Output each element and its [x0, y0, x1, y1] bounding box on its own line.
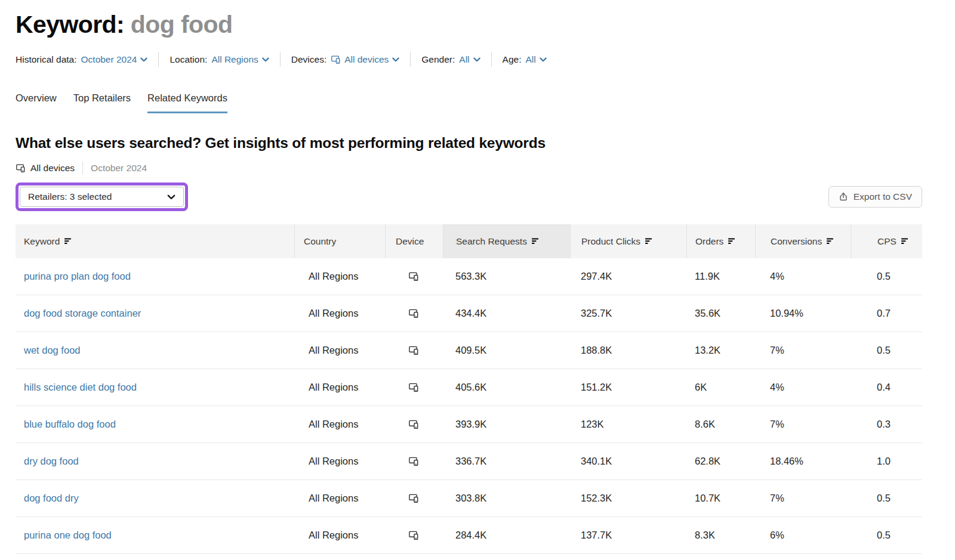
orders-cell: 6K: [686, 382, 755, 393]
keyword-link[interactable]: dog food storage container: [24, 308, 141, 319]
column-header-device[interactable]: Device: [385, 224, 443, 258]
keyword-link[interactable]: hills science diet dog food: [24, 382, 137, 393]
orders-cell: 13.2K: [686, 345, 755, 356]
conversions-cell: 10.94%: [755, 308, 851, 319]
orders-cell: 35.6K: [686, 308, 755, 319]
all-devices-icon: [408, 271, 419, 281]
column-header-orders[interactable]: Orders: [686, 224, 755, 258]
orders-cell: 8.3K: [686, 530, 755, 541]
keyword-link[interactable]: purina pro plan dog food: [24, 271, 131, 282]
all-devices-icon: [408, 493, 419, 503]
sub-info-period: October 2024: [91, 163, 147, 174]
product-clicks-cell: 137.7K: [570, 530, 686, 541]
sort-icon-active: [532, 238, 540, 245]
table-body: purina pro plan dog food All Regions 563…: [16, 258, 922, 554]
device-cell: [385, 493, 443, 503]
export-to-csv-button[interactable]: Export to CSV: [828, 186, 922, 208]
filter-gender-value[interactable]: All: [459, 54, 480, 65]
search-requests-cell: 284.4K: [443, 530, 570, 541]
keyword-link[interactable]: dry dog food: [24, 456, 79, 467]
related-keywords-table: Keyword Country Device Search Requests P…: [16, 224, 922, 554]
cps-cell: 0.7: [851, 308, 922, 319]
export-button-label: Export to CSV: [854, 191, 912, 202]
tab-related-keywords[interactable]: Related Keywords: [147, 92, 227, 113]
country-cell: All Regions: [294, 271, 385, 282]
all-devices-icon: [16, 163, 26, 173]
page-title-keyword: dog food: [131, 11, 233, 38]
filter-devices-label: Devices:: [291, 54, 326, 65]
cps-cell: 0.4: [851, 382, 922, 393]
chevron-down-icon: [473, 57, 480, 62]
chevron-down-icon: [540, 57, 547, 62]
product-clicks-cell: 340.1K: [570, 456, 686, 467]
cps-cell: 0.5: [851, 530, 922, 541]
sort-icon: [728, 238, 736, 245]
conversions-cell: 18.46%: [755, 456, 851, 467]
retailers-dropdown[interactable]: Retailers: 3 selected: [20, 187, 184, 207]
orders-cell: 8.6K: [686, 419, 755, 430]
keyword-link[interactable]: dog food dry: [24, 493, 79, 504]
column-header-search-requests[interactable]: Search Requests: [443, 224, 570, 258]
device-cell: [385, 419, 443, 429]
table-row: dry dog food All Regions 336.7K 340.1K 6…: [16, 443, 922, 480]
search-requests-cell: 434.4K: [443, 308, 570, 319]
device-cell: [385, 382, 443, 392]
device-cell: [385, 530, 443, 540]
column-header-keyword[interactable]: Keyword: [16, 224, 294, 258]
section-heading: What else users searched? Get insights o…: [16, 135, 939, 151]
filter-location: Location: All Regions: [170, 54, 269, 65]
filter-location-value[interactable]: All Regions: [211, 54, 269, 65]
annotation-highlight: Retailers: 3 selected: [16, 182, 188, 211]
keyword-link[interactable]: purina one dog food: [24, 530, 112, 541]
tabs: Overview Top Retailers Related Keywords: [16, 92, 939, 113]
device-cell: [385, 308, 443, 318]
filter-divider: [410, 52, 411, 67]
retailers-dropdown-label: Retailers: 3 selected: [28, 191, 112, 202]
country-cell: All Regions: [294, 345, 385, 356]
keyword-link[interactable]: wet dog food: [24, 345, 81, 356]
search-requests-cell: 405.6K: [443, 382, 570, 393]
conversions-cell: 6%: [755, 530, 851, 541]
column-header-country[interactable]: Country: [294, 224, 385, 258]
page-title-label: Keyword:: [16, 11, 124, 38]
search-requests-cell: 303.8K: [443, 493, 570, 504]
filter-historical-data-value[interactable]: October 2024: [81, 54, 148, 65]
filter-divider: [280, 52, 281, 67]
filter-devices-value[interactable]: All devices: [331, 54, 399, 65]
table-row: wet dog food All Regions 409.5K 188.8K 1…: [16, 332, 922, 369]
column-header-product-clicks[interactable]: Product Clicks: [570, 224, 686, 258]
search-requests-cell: 563.3K: [443, 271, 570, 282]
keyword-link[interactable]: blue buffalo dog food: [24, 419, 116, 430]
sort-icon: [827, 238, 834, 245]
product-clicks-cell: 297.4K: [570, 271, 686, 282]
chevron-down-icon: [392, 57, 399, 62]
search-requests-cell: 393.9K: [443, 419, 570, 430]
filter-age-value[interactable]: All: [525, 54, 546, 65]
column-header-cps[interactable]: CPS: [851, 224, 922, 258]
chevron-down-icon: [167, 194, 175, 200]
orders-cell: 62.8K: [686, 456, 755, 467]
tab-top-retailers[interactable]: Top Retailers: [73, 92, 131, 113]
device-cell: [385, 345, 443, 355]
all-devices-icon: [408, 345, 419, 355]
filter-divider: [158, 52, 159, 67]
filter-location-label: Location:: [170, 54, 207, 65]
sort-icon: [901, 238, 909, 245]
toolbar: Retailers: 3 selected Export to CSV: [16, 182, 922, 211]
related-keywords-page: Keyword: dog food Historical data: Octob…: [0, 11, 955, 554]
table-row: dog food dry All Regions 303.8K 152.3K 1…: [16, 480, 922, 517]
conversions-cell: 7%: [755, 419, 851, 430]
page-title: Keyword: dog food: [16, 11, 939, 39]
tab-overview[interactable]: Overview: [16, 92, 57, 113]
device-cell: [385, 456, 443, 466]
filter-gender: Gender: All: [421, 54, 480, 65]
product-clicks-cell: 123K: [570, 419, 686, 430]
search-requests-cell: 336.7K: [443, 456, 570, 467]
sort-icon: [645, 238, 653, 245]
column-header-conversions[interactable]: Conversions: [755, 224, 851, 258]
table-row: hills science diet dog food All Regions …: [16, 369, 922, 406]
cps-cell: 1.0: [851, 456, 922, 467]
table-row: purina pro plan dog food All Regions 563…: [16, 258, 922, 295]
chevron-down-icon: [140, 57, 147, 62]
all-devices-icon: [408, 530, 419, 540]
